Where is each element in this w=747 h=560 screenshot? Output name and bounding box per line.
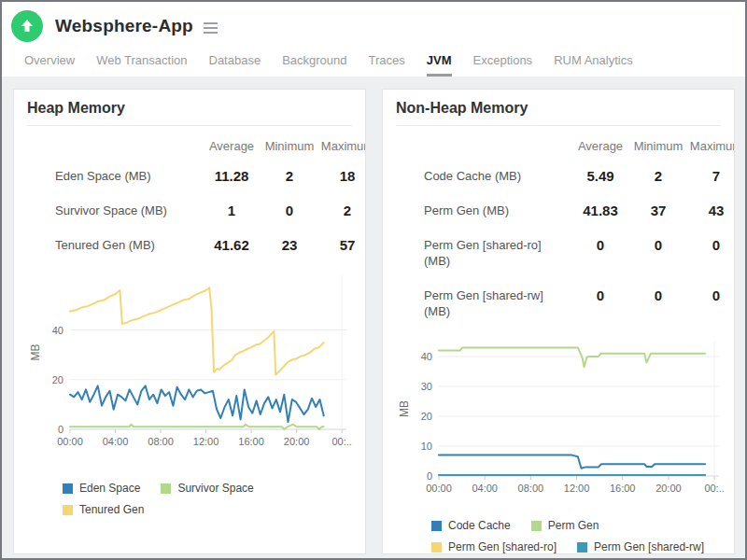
tab-exceptions[interactable]: Exceptions [473,53,533,77]
svg-text:04:00: 04:00 [103,436,129,447]
survivor-space-swatch [161,483,171,494]
svg-text:00:00: 00:00 [57,436,83,447]
svg-text:MB: MB [398,400,411,417]
svg-text:0: 0 [58,424,63,435]
row-label-perm-gen-shared-ro: Perm Gen [shared-ro] (MB) [383,228,571,278]
non-heap-memory-line-chart: 01020304000:0004:0008:0012:0016:0020:000… [396,336,726,502]
perm-gen-shared-ro-minimum: 0 [629,228,687,278]
svg-text:10: 10 [421,441,432,452]
svg-text:04:00: 04:00 [472,483,498,494]
eden-space-minimum: 2 [261,159,318,193]
survivor-space-average: 1 [203,193,261,228]
perm-gen-maximum: 43 [687,193,735,228]
tab-bar: Overview Web Transaction Database Backgr… [11,44,745,77]
col-header-minimum: Minimum [629,135,687,159]
perm-gen-shared-ro-maximum: 0 [687,228,735,278]
eden-space-average: 11.28 [203,159,261,193]
heap-memory-line-chart: 0204000:0004:0008:0012:0016:0020:0000:..… [27,270,354,455]
tab-rum-analytics[interactable]: RUM Analytics [554,53,633,77]
dashboard-content: Heap Memory Average Minimum Maximum Eden… [2,77,745,554]
app-status-up-icon [11,10,43,42]
heap-memory-legend: Eden Space Survivor Space Tenured Gen [63,482,343,516]
non-heap-memory-legend: Code Cache Perm Gen Perm Gen [shared-ro]… [431,519,712,553]
svg-text:12:00: 12:00 [564,483,590,494]
perm-gen-swatch [531,521,542,531]
legend-item-tenured-gen[interactable]: Tenured Gen [63,503,144,516]
tab-web-transaction[interactable]: Web Transaction [96,53,187,77]
legend-item-eden-space[interactable]: Eden Space [63,482,140,495]
legend-label: Perm Gen [shared-rw] [594,540,704,553]
tenured-gen-swatch [63,505,73,515]
perm-gen-shared-rw-minimum: 0 [629,278,687,329]
tab-background[interactable]: Background [282,53,346,77]
svg-text:20: 20 [421,411,432,422]
svg-text:08:00: 08:00 [148,436,174,447]
divider [396,125,721,126]
svg-text:20: 20 [52,374,63,385]
page-title: Websphere-App [55,16,193,36]
heap-memory-table: Average Minimum Maximum Eden Space (MB) … [14,135,366,262]
tab-overview[interactable]: Overview [24,53,75,77]
tab-traces[interactable]: Traces [369,53,405,77]
col-header-maximum: Maximum [687,135,735,159]
legend-label: Tenured Gen [79,503,144,516]
heap-memory-chart: 0204000:0004:0008:0012:0016:0020:0000:..… [27,270,365,459]
eden-space-maximum: 18 [318,159,366,193]
survivor-space-maximum: 2 [318,193,366,228]
svg-text:40: 40 [52,325,63,336]
col-header-average: Average [203,135,261,159]
perm-gen-average: 41.83 [571,193,629,228]
svg-text:08:00: 08:00 [518,483,544,494]
perm-gen-shared-ro-swatch [431,542,442,553]
code-cache-swatch [431,521,442,531]
heap-memory-title: Heap Memory [27,100,352,117]
svg-text:00:..: 00:.. [704,483,724,494]
legend-item-perm-gen-shared-rw[interactable]: Perm Gen [shared-rw] [577,540,704,553]
legend-label: Code Cache [448,519,511,532]
non-heap-memory-panel: Non-Heap Memory Average Minimum Maximum … [382,89,735,554]
tenured-gen-average: 41.62 [203,228,261,262]
svg-text:20:00: 20:00 [655,483,682,494]
row-label-perm-gen-shared-rw: Perm Gen [shared-rw] (MB) [383,278,571,329]
svg-text:20:00: 20:00 [284,436,310,447]
row-label-code-cache: Code Cache (MB) [383,159,571,193]
legend-item-perm-gen-shared-ro[interactable]: Perm Gen [shared-ro] [431,540,557,553]
row-label-survivor-space: Survivor Space (MB) [14,193,203,228]
col-header-minimum: Minimum [261,135,318,159]
app-window: Websphere-App Overview Web Transaction D… [0,0,747,560]
survivor-space-minimum: 0 [261,193,318,228]
up-arrow-icon [20,19,35,34]
code-cache-maximum: 7 [687,159,735,193]
legend-item-perm-gen[interactable]: Perm Gen [531,519,599,532]
svg-text:30: 30 [421,381,432,392]
col-header-average: Average [571,135,629,159]
legend-label: Survivor Space [177,482,253,495]
row-label-perm-gen: Perm Gen (MB) [383,193,571,228]
svg-text:00:..: 00:.. [331,436,351,447]
legend-item-survivor-space[interactable]: Survivor Space [161,482,253,495]
row-label-eden-space: Eden Space (MB) [14,159,203,193]
hamburger-menu-icon[interactable] [204,20,218,36]
heap-memory-panel: Heap Memory Average Minimum Maximum Eden… [13,89,366,554]
svg-text:16:00: 16:00 [610,483,636,494]
perm-gen-shared-ro-average: 0 [571,228,629,278]
legend-label: Eden Space [79,482,140,495]
tab-database[interactable]: Database [209,53,261,77]
non-heap-memory-table: Average Minimum Maximum Code Cache (MB) … [383,135,735,329]
perm-gen-shared-rw-average: 0 [571,278,629,329]
col-header-maximum: Maximum [318,135,366,159]
svg-text:0: 0 [427,470,432,482]
tab-jvm[interactable]: JVM [427,53,452,77]
non-heap-memory-title: Non-Heap Memory [396,100,721,117]
legend-label: Perm Gen [548,519,599,532]
tenured-gen-maximum: 57 [318,228,366,262]
legend-item-code-cache[interactable]: Code Cache [431,519,511,532]
perm-gen-shared-rw-swatch [577,542,587,553]
app-header: Websphere-App Overview Web Transaction D… [2,2,745,77]
perm-gen-minimum: 37 [629,193,687,228]
svg-text:16:00: 16:00 [238,436,264,447]
tenured-gen-minimum: 23 [261,228,318,262]
legend-label: Perm Gen [shared-ro] [448,540,557,553]
perm-gen-shared-rw-maximum: 0 [687,278,735,329]
code-cache-average: 5.49 [571,159,629,193]
